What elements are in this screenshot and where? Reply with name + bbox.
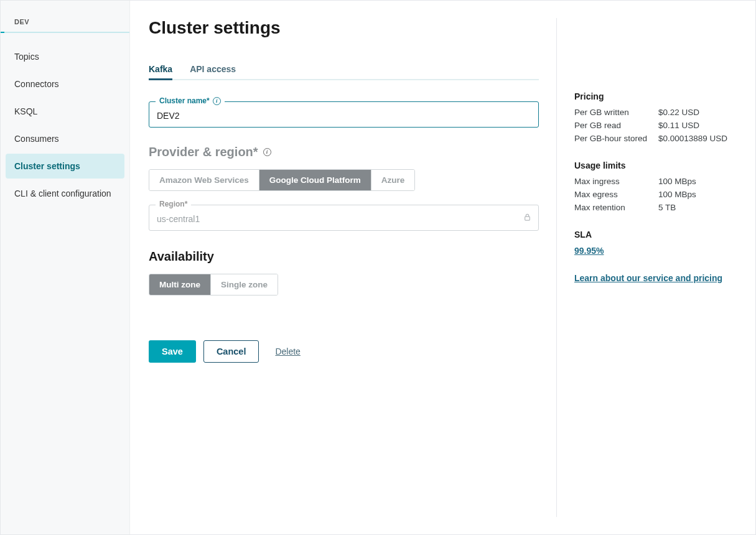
usage-row: Max ingress100 MBps [574,177,737,186]
save-button[interactable]: Save [149,340,196,363]
sidebar-item-consumers[interactable]: Consumers [6,126,124,151]
learn-more-link[interactable]: Learn about our service and pricing [574,273,722,283]
pricing-heading: Pricing [574,91,737,101]
sidebar-item-cluster-settings[interactable]: Cluster settings [6,154,124,179]
availability-option-single[interactable]: Single zone [211,274,278,295]
info-panel: Pricing Per GB written$0.22 USD Per GB r… [556,18,737,517]
availability-heading: Availability [149,249,539,264]
sidebar-env-label: DEV [1,18,129,33]
cluster-name-input[interactable] [157,111,531,121]
sidebar-item-connectors[interactable]: Connectors [6,72,124,96]
region-field: Region* us-central1 [149,205,539,231]
tab-api-access[interactable]: API access [190,59,236,79]
delete-link[interactable]: Delete [275,347,300,356]
sla-heading: SLA [574,230,737,240]
sidebar-item-topics[interactable]: Topics [6,44,124,69]
pricing-row: Per GB-hour stored$0.00013889 USD [574,134,737,143]
usage-row: Max retention5 TB [574,203,737,212]
sidebar-item-cli-config[interactable]: CLI & client configuration [6,181,124,206]
cancel-button[interactable]: Cancel [203,340,259,363]
region-label: Region* [156,200,191,208]
lock-icon [524,213,531,223]
pricing-row: Per GB written$0.22 USD [574,108,737,117]
provider-option-aws[interactable]: Amazon Web Services [149,170,259,190]
cluster-name-field[interactable]: Cluster name* i [149,101,539,128]
svg-rect-0 [525,216,530,220]
pricing-row: Per GB read$0.11 USD [574,121,737,130]
provider-option-gcp[interactable]: Google Cloud Platform [259,170,371,190]
usage-heading: Usage limits [574,160,737,170]
availability-option-multi[interactable]: Multi zone [149,274,211,295]
usage-row: Max egress100 MBps [574,190,737,199]
sidebar-item-ksql[interactable]: KSQL [6,99,124,124]
sidebar: DEV Topics Connectors KSQL Consumers Clu… [1,1,130,534]
region-value: us-central1 [157,214,200,224]
page-title: Cluster settings [149,18,539,38]
tab-kafka[interactable]: Kafka [149,59,172,79]
info-icon[interactable]: i [263,148,271,156]
provider-segmented: Amazon Web Services Google Cloud Platfor… [149,169,415,191]
info-icon[interactable]: i [213,97,221,105]
availability-segmented: Multi zone Single zone [149,274,278,295]
provider-option-azure[interactable]: Azure [371,170,415,190]
tabs: Kafka API access [149,59,539,80]
provider-region-heading: Provider & region* i [149,145,539,159]
sla-link[interactable]: 99.95% [574,246,604,256]
cluster-name-label: Cluster name* [159,96,210,105]
